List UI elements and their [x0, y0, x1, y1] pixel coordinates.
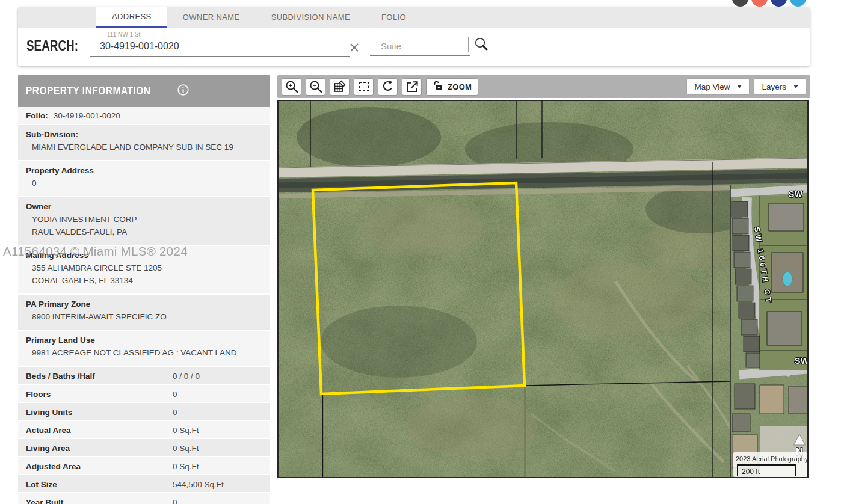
row-label: Mailing Address — [26, 251, 263, 260]
search-section-label: SEARCH: — [26, 38, 78, 54]
property-row: Year Built0 — [18, 493, 270, 504]
property-rows: Folio:30-4919-001-0020Sub-Division:MIAMI… — [18, 107, 270, 504]
address-hint-label: 111 NW 1 St — [90, 31, 350, 39]
property-row: Actual Area0 Sq.Ft — [18, 421, 270, 439]
chevron-down-icon — [793, 85, 798, 88]
clear-search-icon[interactable] — [348, 41, 361, 54]
select-extent-button[interactable] — [354, 78, 374, 96]
row-label: Living Units — [26, 408, 173, 415]
row-value-line: 0 — [32, 178, 263, 189]
row-value-line: CORAL GABLES, FL 33134 — [32, 275, 263, 286]
row-value-line: MIAMI EVERGLADE LAND COMPANY SUB IN SEC … — [32, 142, 263, 153]
property-row: Mailing Address355 ALHAMBRA CIRCLE STE 1… — [18, 246, 270, 295]
row-value-line: 8900 INTERIM-AWAIT SPECIFIC ZO — [32, 312, 263, 322]
attribution-box: 2023 Aerial Photography 200 ft — [733, 452, 807, 477]
row-label: PA Primary Zone — [26, 300, 263, 309]
row-value-line: RAUL VALDES-FAULI, PA — [32, 227, 263, 238]
chevron-down-icon — [737, 85, 742, 88]
scale-label: 200 ft — [742, 467, 760, 476]
row-value: 0 Sq.Ft — [173, 444, 199, 451]
social-button-navy[interactable] — [771, 0, 787, 7]
search-bar: SEARCH: 111 NW 1 St — [18, 28, 810, 66]
row-value: 544,500 Sq.Ft — [173, 480, 224, 487]
layers-label: Layers — [762, 82, 786, 91]
sketch-measure-button[interactable] — [330, 78, 350, 96]
tab-address[interactable]: ADDRESS — [96, 7, 167, 28]
row-label: Owner — [26, 202, 263, 211]
zoom-button-label: ZOOM — [448, 82, 472, 91]
suite-input[interactable] — [370, 39, 470, 56]
zoom-in-button[interactable] — [282, 78, 301, 96]
map-view-label: Map View — [694, 82, 730, 91]
map-view-dropdown[interactable]: Map View — [686, 78, 750, 95]
row-label: Floors — [26, 390, 173, 397]
row-value-line: YODIA INVESTMENT CORP — [32, 214, 263, 225]
row-label: Actual Area — [26, 426, 173, 433]
property-row: Property Address0 — [18, 161, 270, 197]
row-value: 0 / 0 / 0 — [173, 372, 200, 379]
info-icon[interactable] — [177, 84, 189, 99]
residential-area — [730, 185, 807, 477]
address-search-input[interactable] — [90, 39, 350, 57]
suite-field-group — [370, 39, 470, 56]
aerial-map[interactable]: SW SW 166TH CT SW N 2023 Aerial Photogra… — [277, 100, 809, 478]
row-value: 0 Sq.Ft — [173, 462, 199, 469]
map-toolbar: ZOOM Map View Layers — [277, 75, 810, 98]
lock-open-icon — [433, 80, 444, 93]
search-divider — [468, 37, 469, 52]
search-card: ADDRESSOWNER NAMESUBDIVISION NAMEFOLIO S… — [18, 7, 810, 66]
reset-rotate-button[interactable] — [378, 78, 398, 96]
property-row: Floors0 — [18, 385, 270, 403]
property-row: Sub-Division:MIAMI EVERGLADE LAND COMPAN… — [18, 125, 270, 161]
panel-header: PROPERTY INFORMATION — [18, 75, 270, 107]
search-tabbar: ADDRESSOWNER NAMESUBDIVISION NAMEFOLIO — [18, 7, 810, 28]
property-row: Folio:30-4919-001-0020 — [18, 107, 270, 125]
row-value: 0 — [173, 390, 177, 397]
panel-title: PROPERTY INFORMATION — [26, 85, 151, 97]
property-search-page: ADDRESSOWNER NAMESUBDIVISION NAMEFOLIO S… — [0, 0, 841, 504]
row-label: Year Built — [26, 498, 173, 504]
address-field-group: 111 NW 1 St — [90, 31, 350, 57]
zoom-lock-button[interactable]: ZOOM — [426, 78, 478, 96]
layers-dropdown[interactable]: Layers — [754, 78, 806, 95]
row-value-line: 9981 ACREAGE NOT CLASSIFIED AG : VACANT … — [32, 348, 263, 358]
row-label: Folio: — [26, 111, 48, 120]
property-row: Living Units0 — [18, 403, 270, 421]
tab-subdivision-name[interactable]: SUBDIVISION NAME — [256, 7, 366, 28]
property-row: Beds / Baths /Half0 / 0 / 0 — [18, 367, 270, 385]
search-submit-icon[interactable] — [473, 36, 489, 52]
row-label: Property Address — [26, 166, 263, 175]
row-value: 0 Sq.Ft — [173, 426, 199, 433]
row-label: Sub-Division: — [26, 130, 263, 139]
attribution-label: 2023 Aerial Photography — [736, 455, 807, 463]
property-row: PA Primary Zone8900 INTERIM-AWAIT SPECIF… — [18, 295, 270, 331]
social-button-coral[interactable] — [751, 0, 768, 7]
property-row: Adjusted Area0 Sq.Ft — [18, 457, 270, 475]
property-row: Lot Size544,500 Sq.Ft — [18, 475, 270, 493]
vegetation-texture — [279, 101, 807, 477]
row-label: Beds / Baths /Half — [26, 372, 173, 379]
social-button-dark[interactable] — [732, 0, 748, 7]
row-value: 0 — [173, 408, 177, 415]
row-label: Adjusted Area — [26, 462, 173, 469]
map-area: ZOOM Map View Layers — [277, 75, 810, 478]
tab-owner-name[interactable]: OWNER NAME — [167, 7, 256, 28]
row-value: 0 — [173, 498, 177, 504]
tab-folio[interactable]: FOLIO — [366, 7, 422, 28]
row-label: Lot Size — [26, 480, 173, 487]
row-label: Living Area — [26, 444, 173, 451]
aerial-map-svg: SW SW 166TH CT SW N 2023 Aerial Photogra… — [279, 101, 807, 477]
social-buttons — [732, 0, 806, 7]
social-button-skyblue[interactable] — [790, 0, 806, 7]
property-row: OwnerYODIA INVESTMENT CORPRAUL VALDES-FA… — [18, 197, 270, 246]
property-information-panel: PROPERTY INFORMATION Folio:30-4919-001-0… — [18, 75, 270, 504]
street-label-bottom: SW — [795, 356, 807, 366]
property-row: Living Area0 Sq.Ft — [18, 439, 270, 457]
row-label: Primary Land Use — [26, 336, 263, 345]
property-row: Primary Land Use9981 ACREAGE NOT CLASSIF… — [18, 331, 270, 367]
zoom-out-button[interactable] — [306, 78, 325, 96]
row-value-line: 355 ALHAMBRA CIRCLE STE 1205 — [32, 263, 263, 274]
row-value: 30-4919-001-0020 — [54, 111, 120, 120]
open-external-button[interactable] — [402, 78, 422, 96]
street-label-top: SW — [789, 189, 803, 199]
